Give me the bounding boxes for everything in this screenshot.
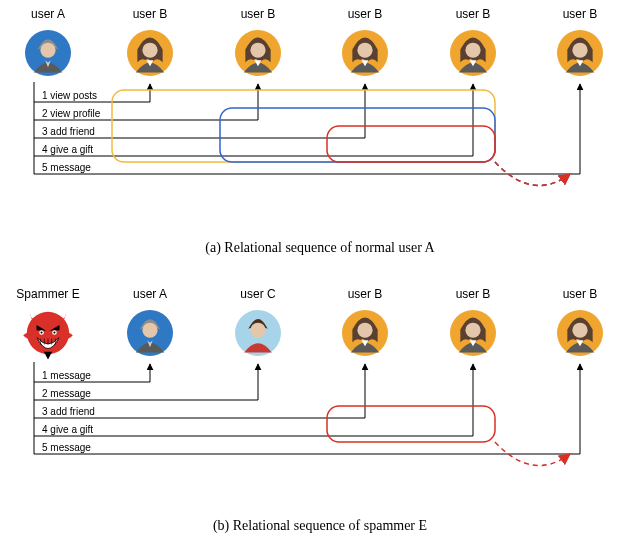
avatar-woman [557, 30, 603, 76]
svg-point-23 [142, 323, 157, 338]
svg-point-31 [572, 323, 587, 338]
action-label: 5 message [42, 442, 91, 453]
action-label: 4 give a gift [42, 144, 93, 155]
svg-point-7 [357, 43, 372, 58]
action-label: 3 add friend [42, 126, 95, 137]
action-label: 4 give a gift [42, 424, 93, 435]
group-box [327, 126, 495, 162]
svg-point-15 [41, 332, 43, 334]
avatar-woman [235, 30, 281, 76]
user-label: user B [241, 7, 276, 21]
svg-point-27 [357, 323, 372, 338]
avatar-woman [450, 310, 496, 356]
user-label: user B [563, 287, 598, 301]
user-label: user B [456, 7, 491, 21]
avatar-woman [557, 310, 603, 356]
svg-point-1 [40, 43, 55, 58]
panel-caption: (a) Relational sequence of normal user A [205, 240, 435, 256]
svg-point-11 [572, 43, 587, 58]
user-label: user B [348, 287, 383, 301]
avatar-woman [342, 30, 388, 76]
svg-point-16 [53, 332, 55, 334]
avatar-woman [127, 30, 173, 76]
avatar-woman [342, 310, 388, 356]
group-box [327, 406, 495, 442]
user-label: user C [240, 287, 276, 301]
action-label: 2 message [42, 388, 91, 399]
action-label: 3 add friend [42, 406, 95, 417]
action-label: 1 view posts [42, 90, 97, 101]
user-label: user A [133, 287, 167, 301]
avatar-user-a [25, 30, 71, 76]
user-label: user B [563, 7, 598, 21]
avatar-woman [450, 30, 496, 76]
user-label: user B [456, 287, 491, 301]
action-label: 5 message [42, 162, 91, 173]
user-label: user B [133, 7, 168, 21]
svg-point-25 [250, 323, 265, 338]
svg-point-29 [465, 323, 480, 338]
svg-point-9 [465, 43, 480, 58]
user-label: Spammer E [16, 287, 79, 301]
user-label: user A [31, 7, 65, 21]
user-label: user B [348, 7, 383, 21]
panel-caption: (b) Relational sequence of spammer E [213, 518, 427, 534]
avatar-spammer [23, 312, 73, 360]
action-label: 1 message [42, 370, 91, 381]
avatar-user-c [235, 310, 281, 356]
svg-point-5 [250, 43, 265, 58]
action-label: 2 view profile [42, 108, 101, 119]
svg-point-3 [142, 43, 157, 58]
group-box [220, 108, 495, 162]
avatar-user-a [127, 310, 173, 356]
